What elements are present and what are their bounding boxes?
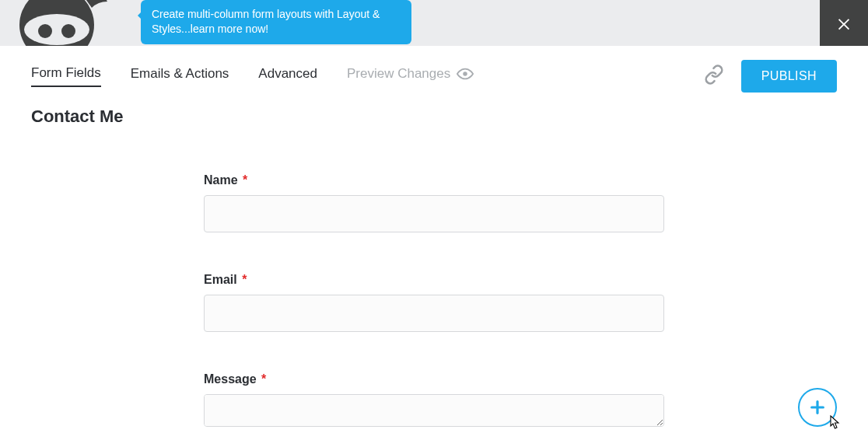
link-icon[interactable] xyxy=(704,65,724,88)
eye-icon xyxy=(457,68,474,80)
ninja-logo xyxy=(0,0,128,46)
svg-point-1 xyxy=(24,14,89,45)
form-title: Contact Me xyxy=(31,107,868,127)
name-input[interactable] xyxy=(204,195,664,232)
tab-emails-actions[interactable]: Emails & Actions xyxy=(131,66,229,86)
field-email[interactable]: Email * xyxy=(204,273,664,332)
plus-icon xyxy=(809,399,826,416)
svg-point-4 xyxy=(463,72,467,76)
required-mark: * xyxy=(243,173,247,187)
required-mark: * xyxy=(261,372,266,386)
tab-bar: Form Fields Emails & Actions Advanced Pr… xyxy=(0,46,868,107)
form-canvas: Name * Email * Message * xyxy=(198,173,670,430)
field-name-label: Name * xyxy=(204,173,664,187)
right-actions: PUBLISH xyxy=(704,60,837,93)
field-message-label: Message * xyxy=(204,372,664,386)
close-icon xyxy=(835,15,852,32)
add-field-button[interactable] xyxy=(798,388,837,427)
email-input[interactable] xyxy=(204,295,664,332)
required-mark: * xyxy=(242,273,247,286)
publish-button[interactable]: PUBLISH xyxy=(741,60,837,93)
field-email-label: Email * xyxy=(204,273,664,287)
promo-tooltip[interactable]: Create multi-column form layouts with La… xyxy=(141,0,411,44)
svg-point-3 xyxy=(61,24,75,38)
tab-form-fields[interactable]: Form Fields xyxy=(31,65,101,87)
tab-preview-label: Preview Changes xyxy=(347,66,450,82)
field-message[interactable]: Message * xyxy=(204,372,664,430)
tab-preview-changes[interactable]: Preview Changes xyxy=(347,66,474,86)
field-name[interactable]: Name * xyxy=(204,173,664,232)
top-bar: Create multi-column form layouts with La… xyxy=(0,0,868,46)
message-input[interactable] xyxy=(204,394,664,427)
tab-advanced[interactable]: Advanced xyxy=(258,66,317,86)
svg-point-2 xyxy=(38,24,52,38)
close-button[interactable] xyxy=(820,0,868,46)
